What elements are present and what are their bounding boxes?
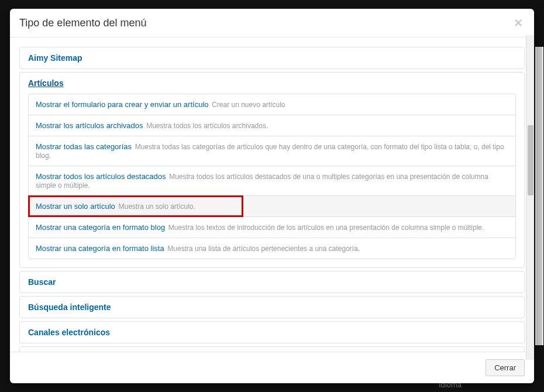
option-all-categories[interactable]: Mostrar todas las categorías Muestra tod… — [29, 136, 515, 166]
menu-item-type-modal: Tipo de elemento del menú × Aimy Sitemap… — [10, 9, 534, 383]
section-buscar: Buscar — [19, 271, 525, 293]
option-list-articulos: Mostrar el formulario para crear y envia… — [28, 94, 516, 259]
section-link-aimy[interactable]: Aimy Sitemap — [28, 53, 82, 63]
option-featured-articles[interactable]: Mostrar todos los artículos destacados M… — [29, 166, 515, 196]
section-heading-busqueda[interactable]: Búsqueda inteligente — [20, 297, 524, 318]
option-archived-articles[interactable]: Mostrar los artículos archivados Muestra… — [29, 115, 515, 136]
section-heading-contactos[interactable]: Contactos — [20, 347, 524, 352]
close-button[interactable]: Cerrar — [486, 359, 525, 376]
section-body-articulos: Mostrar el formulario para crear y envia… — [20, 94, 524, 267]
option-desc: Muestra una lista de artículos perteneci… — [167, 245, 360, 253]
section-heading-buscar[interactable]: Buscar — [20, 271, 524, 293]
outer-scrollbar[interactable] — [535, 47, 543, 345]
option-label: Mostrar un solo artículo — [36, 202, 115, 211]
option-label: Mostrar una categoría en formato blog — [36, 223, 165, 232]
section-contactos: Contactos — [19, 346, 525, 352]
option-label: Mostrar todas las categorías — [36, 142, 132, 151]
option-label: Mostrar todos los artículos destacados — [36, 172, 166, 181]
option-label: Mostrar los artículos archivados — [36, 121, 143, 130]
section-aimy-sitemap: Aimy Sitemap — [19, 47, 525, 69]
option-desc: Crear un nuevo artículo — [212, 101, 285, 109]
modal-scroll-thumb[interactable] — [528, 125, 533, 195]
section-heading-aimy[interactable]: Aimy Sitemap — [20, 47, 524, 68]
section-link-buscar[interactable]: Buscar — [28, 277, 56, 287]
modal-header: Tipo de elemento del menú × — [10, 9, 534, 37]
option-desc: Muestra todos los artículos archivados. — [146, 122, 268, 130]
modal-title: Tipo de elemento del menú — [19, 17, 146, 29]
section-canales: Canales electrónicos — [19, 321, 525, 343]
section-busqueda-inteligente: Búsqueda inteligente — [19, 296, 525, 318]
option-desc: Muestra los textos de introducción de lo… — [168, 223, 484, 232]
option-category-list[interactable]: Mostrar una categoría en formato lista M… — [29, 238, 515, 259]
section-heading-canales[interactable]: Canales electrónicos — [20, 322, 524, 343]
close-icon[interactable]: × — [512, 16, 525, 30]
section-articulos: Artículos Mostrar el formulario para cre… — [19, 72, 525, 268]
modal-scrollbar[interactable] — [526, 35, 534, 360]
option-single-article[interactable]: Mostrar un solo artículo Muestra un solo… — [29, 196, 515, 217]
option-category-blog[interactable]: Mostrar una categoría en formato blog Mu… — [29, 217, 515, 238]
section-link-busqueda[interactable]: Búsqueda inteligente — [28, 302, 111, 312]
option-create-article[interactable]: Mostrar el formulario para crear y envia… — [29, 94, 515, 115]
section-link-articulos[interactable]: Artículos — [28, 78, 64, 88]
option-desc: Muestra un solo artículo. — [118, 202, 195, 211]
option-label: Mostrar una categoría en formato lista — [36, 244, 164, 253]
option-label: Mostrar el formulario para crear y envia… — [36, 100, 209, 109]
outer-scroll-thumb[interactable] — [536, 47, 542, 345]
modal-footer: Cerrar — [10, 352, 534, 383]
modal-body: Aimy Sitemap Artículos Mostrar el formul… — [10, 37, 534, 352]
section-heading-articulos[interactable]: Artículos — [20, 73, 524, 94]
section-link-canales[interactable]: Canales electrónicos — [28, 328, 110, 337]
